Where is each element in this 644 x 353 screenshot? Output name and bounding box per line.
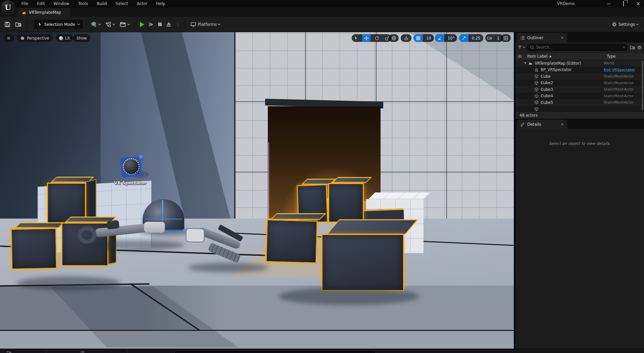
stop-button[interactable] (156, 21, 164, 27)
outliner-scrollbar[interactable] (642, 61, 643, 110)
outliner-row-world[interactable]: ▼ VRTemplateMap (Editor) World (515, 60, 644, 67)
column-item-label[interactable]: Item Label▲ (524, 53, 604, 60)
close-icon[interactable]: × (561, 122, 564, 126)
viewport-options-menu[interactable]: ≡ (3, 34, 14, 42)
scale-snap-icon[interactable] (459, 34, 468, 42)
content-drawer-button[interactable] (7, 350, 11, 353)
spectator-blue-ball (139, 155, 144, 160)
level-viewport[interactable]: VR Spectator Z Y ≡ Perspective Lit Show (0, 32, 514, 349)
grid-snap-icon[interactable] (413, 34, 423, 42)
perspective-cube-icon (20, 36, 25, 41)
cube-actor[interactable] (11, 228, 57, 270)
rotate-tool[interactable] (373, 34, 381, 42)
scale-snap-value[interactable]: 0.25 (470, 36, 483, 41)
stop-icon (158, 22, 162, 26)
console-input[interactable] (175, 350, 376, 353)
select-tool[interactable] (352, 34, 360, 42)
cube-top-face (14, 222, 65, 228)
window-title: VRDemo (557, 1, 575, 6)
cube-actor[interactable] (328, 183, 364, 223)
lit-label: Lit (65, 36, 70, 41)
perspective-dropdown[interactable]: Perspective (17, 34, 53, 42)
outliner-row-cube4[interactable]: Cube4 StaticMeshActor (515, 93, 644, 100)
menu-edit[interactable]: Edit (33, 0, 49, 7)
logo-letter: U (5, 3, 11, 12)
lit-dropdown[interactable]: Lit (56, 34, 73, 42)
outliner-row-cube2[interactable]: Cube2 StaticMeshActor (515, 80, 644, 86)
edit-vrspectator-link[interactable]: Edit VRSpectator (604, 68, 639, 72)
outliner-row-cube5[interactable]: Cube5 StaticMeshActor (515, 99, 644, 106)
outliner-settings-button[interactable] (637, 45, 642, 50)
outliner-row-partial[interactable] (515, 106, 644, 112)
sort-ascending-icon: ▲ (549, 55, 551, 58)
expander-icon[interactable]: ▼ (524, 62, 526, 65)
tab-details[interactable]: Details × (517, 120, 567, 129)
grid-snap-control[interactable]: 10 (413, 34, 434, 42)
save-button[interactable] (2, 20, 13, 29)
cursor-icon (38, 22, 42, 26)
eject-button[interactable] (164, 21, 173, 28)
statusbar-divider (128, 349, 128, 353)
menu-file[interactable]: File (17, 0, 32, 7)
menu-build[interactable]: Build (93, 0, 111, 7)
statusbar-divider (46, 349, 46, 353)
restore-button[interactable] (621, 1, 627, 6)
cube-actor[interactable] (321, 234, 404, 291)
unreal-engine-logo[interactable]: U (1, 0, 15, 14)
scale-snap-control[interactable]: 0.25 (459, 34, 483, 42)
rotation-snap-control[interactable]: 10° (435, 34, 457, 42)
show-dropdown[interactable]: Show (73, 34, 90, 42)
output-log-button[interactable] (80, 350, 85, 353)
tab-vrtemplatemap[interactable]: VRTemplateMap (17, 8, 70, 17)
add-actor-button[interactable] (89, 20, 103, 29)
move-tool[interactable] (362, 34, 370, 42)
play-icon (140, 22, 144, 27)
add-cube-icon (91, 21, 97, 27)
cinematics-button[interactable] (117, 20, 132, 29)
menu-select[interactable]: Select (111, 0, 132, 7)
maximize-viewport-button[interactable] (501, 34, 511, 42)
selection-mode-dropdown[interactable]: Selection Mode (34, 20, 83, 29)
outliner-tree: ▼ VRTemplateMap (Editor) World BP_VRSpec… (515, 60, 644, 111)
surface-snapping-button[interactable] (401, 34, 411, 42)
browse-button[interactable] (13, 20, 24, 29)
static-mesh-icon (534, 74, 539, 78)
world-local-toggle[interactable] (389, 34, 399, 42)
menu-tools[interactable]: Tools (74, 0, 92, 7)
column-type[interactable]: Type (604, 53, 615, 60)
menu-actor[interactable]: Actor (133, 0, 151, 7)
camera-icon (485, 34, 494, 42)
menu-help[interactable]: Help (152, 0, 169, 7)
grid-snap-value[interactable]: 10 (425, 36, 434, 41)
perspective-label: Perspective (27, 36, 49, 41)
filter-button[interactable] (517, 45, 525, 50)
quad-view-icon (503, 36, 508, 41)
close-icon[interactable]: × (561, 36, 564, 40)
platforms-dropdown[interactable]: Platforms (188, 20, 222, 29)
toolbar-divider (27, 20, 27, 29)
play-options-button[interactable]: ⋮ (173, 20, 182, 28)
cube-actor[interactable] (265, 219, 317, 263)
toolbar-divider (86, 20, 86, 29)
outliner-row-bp-vrspectator[interactable]: BP_VRSpectator Edit VRSpectator (515, 67, 644, 73)
close-button[interactable]: × (635, 1, 641, 7)
blueprints-button[interactable] (103, 20, 117, 29)
minimize-button[interactable]: — (606, 1, 612, 6)
outliner-row-cube3[interactable]: Cube3 StaticMeshActor (515, 86, 644, 93)
search-input[interactable] (536, 45, 622, 50)
create-folder-button[interactable] (630, 45, 635, 50)
play-button[interactable] (138, 20, 147, 28)
outliner-search[interactable] (527, 44, 628, 51)
cubes-shadow (279, 288, 419, 305)
outliner-row-cube[interactable]: Cube StaticMeshActor (515, 73, 644, 80)
settings-dropdown[interactable]: Settings (609, 20, 641, 28)
spectator-camera-icon (534, 68, 539, 72)
rotation-snap-value[interactable]: 10° (446, 36, 457, 41)
frame-skip-button[interactable] (147, 21, 156, 27)
chevron-down-icon[interactable] (623, 46, 625, 48)
tab-outliner[interactable]: Outliner × (517, 33, 567, 42)
eye-icon[interactable] (515, 54, 524, 59)
rotation-snap-icon[interactable] (435, 34, 444, 42)
cube-side-face (86, 179, 96, 222)
menu-window[interactable]: Window (49, 0, 73, 7)
